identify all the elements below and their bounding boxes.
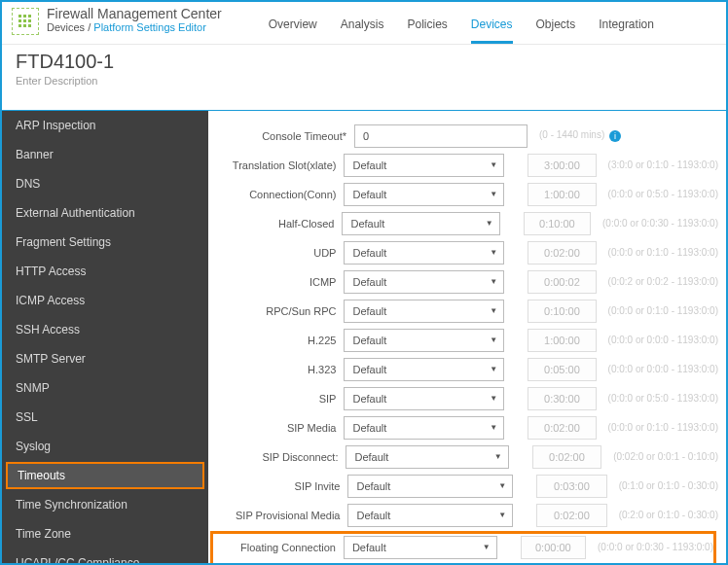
chevron-down-icon: ▼ [498, 511, 506, 519]
nav-devices[interactable]: Devices [471, 12, 513, 44]
form-row: Console Timeout*(0 - 1440 mins) i [208, 123, 718, 149]
sidebar-item-http-access[interactable]: HTTP Access [2, 257, 208, 286]
sidebar-item-ucapl-cc-compliance[interactable]: UCAPL/CC Compliance [2, 548, 208, 565]
svg-rect-8 [28, 24, 31, 27]
row-hint: (0:0:0 or 0:0:30 - 1193:0:0) [598, 542, 713, 552]
form-row: SIP Disconnect:Default▼0:02:00(0:02:0 or… [208, 443, 718, 470]
form-row: Half-ClosedDefault▼0:10:00(0:0:0 or 0:0:… [208, 210, 718, 236]
info-icon[interactable]: i [609, 130, 621, 142]
sidebar-item-time-synchronization[interactable]: Time Synchronization [2, 490, 208, 519]
select-dropdown[interactable]: Default▼ [344, 154, 504, 177]
row-label: Console Timeout* [208, 130, 354, 142]
svg-rect-5 [28, 19, 31, 22]
chevron-down-icon: ▼ [490, 394, 497, 403]
value-display: 1:00:00 [528, 183, 596, 206]
value-display: 0:02:00 [528, 416, 596, 440]
breadcrumb: Devices / Platform Settings Editor [47, 21, 222, 33]
sidebar-item-banner[interactable]: Banner [2, 140, 208, 169]
row-hint: (0:1:0 or 0:1:0 - 0:30:0) [619, 480, 718, 491]
select-dropdown[interactable]: Default▼ [344, 300, 504, 323]
sidebar-item-ssh-access[interactable]: SSH Access [2, 315, 208, 344]
chevron-down-icon: ▼ [483, 543, 491, 551]
sidebar-item-ssl[interactable]: SSL [2, 403, 208, 432]
sidebar-item-external-authentication[interactable]: External Authentication [2, 198, 208, 228]
sidebar-item-dns[interactable]: DNS [2, 169, 208, 198]
select-value: Default [352, 422, 386, 434]
select-value: Default [352, 305, 386, 317]
row-label: SIP Media [208, 422, 344, 434]
row-hint: (0:0:0 or 0:0:0 - 1193:0:0) [608, 364, 718, 374]
select-value: Default [352, 393, 386, 405]
form-row: Translation Slot(xlate)Default▼3:00:00(3… [208, 152, 718, 178]
select-dropdown[interactable]: Default▼ [344, 241, 504, 265]
select-dropdown[interactable]: Default▼ [344, 387, 504, 410]
highlighted-row: Floating ConnectionDefault▼0:00:00(0:0:0… [210, 531, 716, 565]
select-dropdown[interactable]: Default▼ [344, 329, 504, 352]
nav-policies[interactable]: Policies [407, 12, 447, 44]
sidebar-item-arp-inspection[interactable]: ARP Inspection [2, 111, 208, 140]
nav-integration[interactable]: Integration [599, 12, 654, 44]
sidebar-item-timeouts[interactable]: Timeouts [6, 462, 204, 489]
sidebar-item-snmp[interactable]: SNMP [2, 373, 208, 403]
sidebar-item-syslog[interactable]: Syslog [2, 432, 208, 461]
form-row: UDPDefault▼0:02:00(0:0:0 or 0:1:0 - 1193… [208, 239, 718, 265]
row-label: SIP [208, 393, 344, 405]
select-dropdown[interactable]: Default▼ [344, 183, 504, 206]
chevron-down-icon: ▼ [494, 452, 502, 461]
breadcrumb-root[interactable]: Devices [47, 21, 85, 33]
sidebar-item-icmp-access[interactable]: ICMP Access [2, 286, 208, 315]
body: ARP InspectionBannerDNSExternal Authenti… [2, 111, 726, 565]
row-label: SIP Provisional Media [208, 510, 347, 521]
select-value: Default [352, 189, 386, 200]
row-hint: (0:02:0 or 0:0:1 - 0:10:0) [613, 451, 718, 462]
select-value: Default [356, 480, 390, 492]
value-display: 0:00:02 [528, 270, 596, 294]
value-display: 0:02:00 [532, 445, 601, 469]
row-label: UDP [208, 247, 344, 259]
svg-rect-0 [18, 15, 21, 18]
nav-overview[interactable]: Overview [269, 12, 317, 44]
value-display: 1:00:00 [528, 329, 596, 352]
select-dropdown[interactable]: Default▼ [342, 212, 499, 235]
brand: Firewall Management Center Devices / Pla… [47, 6, 222, 33]
breadcrumb-current[interactable]: Platform Settings Editor [93, 21, 206, 33]
nav-objects[interactable]: Objects [536, 12, 576, 44]
value-display: 0:00:00 [521, 536, 586, 559]
row-hint: (0:0:0 or 0:1:0 - 1193:0:0) [608, 247, 718, 258]
select-dropdown[interactable]: Default▼ [346, 445, 508, 469]
select-dropdown[interactable]: Default▼ [347, 475, 513, 498]
sidebar-item-fragment-settings[interactable]: Fragment Settings [2, 228, 208, 257]
value-display: 3:00:00 [528, 154, 596, 177]
form-row: ICMPDefault▼0:00:02(0:0:2 or 0:0:2 - 119… [208, 268, 718, 295]
select-dropdown[interactable]: Default▼ [344, 536, 497, 559]
page-description[interactable]: Enter Description [16, 75, 712, 87]
chevron-down-icon: ▼ [490, 365, 497, 373]
row-hint: (3:0:0 or 0:1:0 - 1193:0:0) [608, 159, 718, 170]
chevron-down-icon: ▼ [490, 277, 497, 286]
select-value: Default [352, 335, 386, 346]
select-dropdown[interactable]: Default▼ [347, 504, 513, 527]
value-display: 0:03:00 [536, 475, 606, 498]
svg-rect-2 [28, 15, 31, 18]
select-dropdown[interactable]: Default▼ [344, 416, 504, 440]
nav-analysis[interactable]: Analysis [341, 12, 384, 44]
top-nav: OverviewAnalysisPoliciesDevicesObjectsIn… [269, 12, 654, 44]
console-timeout-input[interactable] [354, 124, 528, 148]
row-label: Translation Slot(xlate) [208, 159, 344, 171]
chevron-down-icon: ▼ [486, 219, 493, 228]
select-dropdown[interactable]: Default▼ [344, 270, 504, 294]
sidebar-item-time-zone[interactable]: Time Zone [2, 519, 208, 548]
form-row: SIP MediaDefault▼0:02:00(0:0:0 or 0:1:0 … [208, 414, 718, 441]
svg-rect-4 [23, 19, 26, 22]
row-label: SIP Disconnect: [208, 451, 346, 463]
value-display: 0:10:00 [524, 212, 591, 235]
app-logo [12, 8, 39, 35]
brand-title: Firewall Management Center [47, 6, 222, 21]
chevron-down-icon: ▼ [498, 481, 506, 490]
row-label: H.323 [208, 364, 344, 375]
svg-rect-3 [18, 19, 21, 22]
form-row: SIP Provisional MediaDefault▼0:02:00(0:2… [208, 502, 718, 528]
form-row: SIPDefault▼0:30:00(0:0:0 or 0:5:0 - 1193… [208, 385, 718, 411]
sidebar-item-smtp-server[interactable]: SMTP Server [2, 344, 208, 373]
select-dropdown[interactable]: Default▼ [344, 358, 504, 381]
